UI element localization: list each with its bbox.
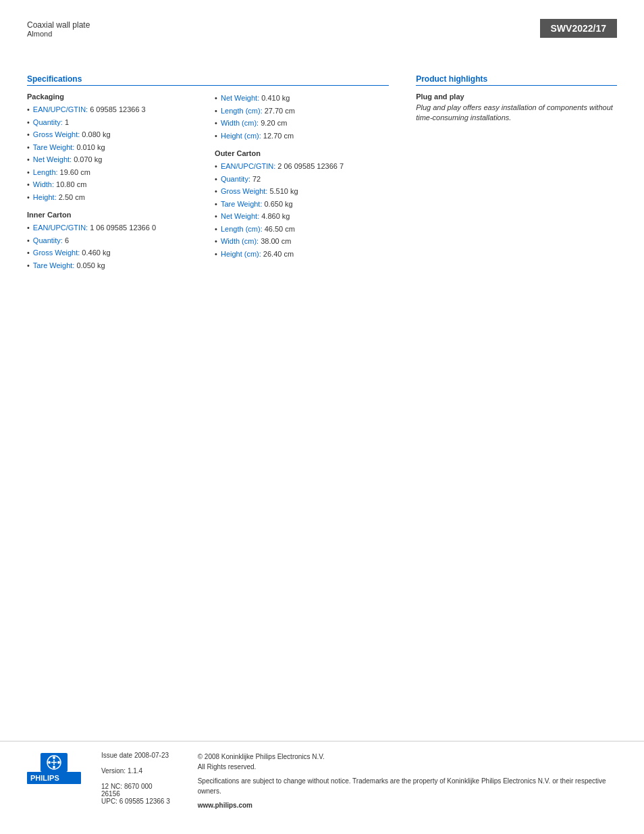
spec-value: 0.050 kg (76, 260, 105, 271)
spec-key: Net Weight: (221, 211, 259, 222)
list-item: Width (cm):38.00 cm (215, 236, 389, 247)
spec-key: EAN/UPC/GTIN: (33, 222, 88, 234)
product-highlights-section: Product highlights Plug and playPlug and… (402, 74, 617, 272)
spec-value: 6 (65, 235, 69, 246)
footer-legal: © 2008 Koninklijke Philips Electronics N… (198, 752, 617, 810)
list-item: Gross Weight:0.080 kg (27, 129, 201, 140)
spec-value: 46.50 cm (265, 224, 295, 235)
spec-value: 72 (252, 174, 261, 185)
spec-key: Gross Weight: (33, 129, 80, 140)
model-banner: SWV2022/17 (540, 19, 618, 38)
spec-value: 0.650 kg (265, 199, 293, 210)
spec-value: 6 09585 12366 3 (90, 104, 146, 115)
product-name: Coaxial wall plate (27, 20, 90, 30)
list-item: Tare Weight:0.050 kg (27, 260, 201, 271)
product-header: Coaxial wall plate Almond (27, 20, 90, 38)
svg-point-4 (53, 756, 55, 759)
svg-text:PHILIPS: PHILIPS (30, 774, 59, 782)
spec-value: 0.410 kg (261, 93, 290, 104)
spec-value: 38.00 cm (261, 236, 291, 247)
svg-point-7 (57, 761, 60, 764)
spec-value: 1 06 09585 12366 0 (90, 222, 156, 234)
list-item: EAN/UPC/GTIN:6 09585 12366 3 (27, 104, 201, 115)
list-item: Net Weight:0.410 kg (215, 93, 389, 104)
spec-value: 4.860 kg (261, 211, 290, 222)
nc-code: 12 NC: 8670 000 26156 UPC: 6 09585 12366… (101, 783, 171, 805)
list-item: Width:10.80 cm (27, 179, 201, 190)
spec-key: EAN/UPC/GTIN: (221, 161, 275, 172)
footer: PHILIPS Issue date 2008-07-23 Version: 1… (0, 741, 644, 820)
product-highlights-title: Product highlights (416, 74, 617, 86)
packaging-title: Packaging (27, 93, 201, 101)
list-item: Gross Weight:0.460 kg (27, 247, 201, 259)
spec-key: Height (cm): (221, 130, 261, 142)
spec-key: Width (cm): (221, 118, 259, 129)
spec-key: Gross Weight: (33, 247, 80, 259)
spec-value: 9.20 cm (261, 118, 287, 129)
spec-key: Net Weight: (221, 93, 259, 104)
specifications-section: Specifications Packaging EAN/UPC/GTIN:6 … (27, 74, 402, 272)
spec-key: Width (cm): (221, 236, 259, 247)
list-item: Length (cm):46.50 cm (215, 224, 389, 235)
spec-key: Tare Weight: (33, 260, 75, 271)
feature-title: Plug and play (416, 93, 617, 101)
list-item: Height (cm):26.40 cm (215, 249, 389, 260)
spec-value: 12.70 cm (263, 130, 294, 142)
spec-value: 2.50 cm (59, 192, 85, 203)
outer-carton-list: EAN/UPC/GTIN:2 06 09585 12366 7Quantity:… (215, 161, 389, 259)
list-item: Quantity:72 (215, 174, 389, 185)
spec-key: EAN/UPC/GTIN: (33, 104, 88, 115)
inner-carton-title: Inner Carton (27, 211, 201, 219)
list-item: Quantity:6 (27, 235, 201, 246)
inner-carton-list: EAN/UPC/GTIN:1 06 09585 12366 0Quantity:… (27, 222, 201, 271)
list-item: Net Weight:0.070 kg (27, 154, 201, 165)
spec-value: 19.60 cm (60, 167, 90, 178)
rights: All Rights reserved. (198, 763, 257, 771)
spec-key: Width: (33, 179, 54, 190)
list-item: EAN/UPC/GTIN:1 06 09585 12366 0 (27, 222, 201, 234)
spec-value: 10.80 cm (56, 179, 86, 190)
spec-value: 0.460 kg (82, 247, 110, 259)
footer-info: Issue date 2008-07-23 Version: 1.1.4 12 … (101, 752, 171, 805)
spec-key: Quantity: (221, 174, 250, 185)
spec-right-col: Net Weight:0.410 kgLength (cm):27.70 cmW… (215, 93, 389, 272)
issue-date: Issue date 2008-07-23 (101, 752, 171, 759)
version: Version: 1.1.4 (101, 767, 171, 775)
outer-carton-title: Outer Carton (215, 149, 389, 157)
spec-value: 0.070 kg (74, 154, 102, 165)
specifications-title: Specifications (27, 74, 389, 86)
svg-point-6 (48, 761, 51, 764)
spec-value: 1 (65, 117, 69, 128)
spec-key: Gross Weight: (221, 186, 268, 197)
spec-key: Height: (33, 192, 57, 203)
website: www.philips.com (198, 800, 617, 810)
list-item: Width (cm):9.20 cm (215, 118, 389, 129)
philips-logo: PHILIPS (27, 752, 81, 793)
svg-point-5 (53, 766, 55, 768)
spec-key: Height (cm): (221, 249, 261, 260)
spec-key: Quantity: (33, 235, 63, 246)
list-item: Net Weight:4.860 kg (215, 211, 389, 222)
list-item: Tare Weight:0.010 kg (27, 142, 201, 153)
spec-key: Net Weight: (33, 154, 72, 165)
spec-value: 0.010 kg (76, 142, 105, 153)
spec-key: Length (cm): (221, 105, 263, 117)
spec-value: 2 06 09585 12366 7 (277, 161, 344, 172)
spec-value: 0.080 kg (82, 129, 110, 140)
spec-key: Length (cm): (221, 224, 263, 235)
list-item: Tare Weight:0.650 kg (215, 199, 389, 210)
spec-key: Length: (33, 167, 58, 178)
copyright: © 2008 Koninklijke Philips Electronics N… (198, 753, 325, 760)
list-item: Length:19.60 cm (27, 167, 201, 178)
spec-value: 27.70 cm (265, 105, 295, 117)
list-item: Gross Weight:5.510 kg (215, 186, 389, 197)
product-variant: Almond (27, 30, 90, 38)
packaging-list: EAN/UPC/GTIN:6 09585 12366 3Quantity:1Gr… (27, 104, 201, 203)
spec-value: 26.40 cm (263, 249, 294, 260)
spec-value: 5.510 kg (269, 186, 298, 197)
spec-key: Tare Weight: (33, 142, 75, 153)
feature-item: Plug and playPlug and play offers easy i… (416, 93, 617, 124)
list-item: Height:2.50 cm (27, 192, 201, 203)
list-item: Height (cm):12.70 cm (215, 130, 389, 142)
list-item: Quantity:1 (27, 117, 201, 128)
